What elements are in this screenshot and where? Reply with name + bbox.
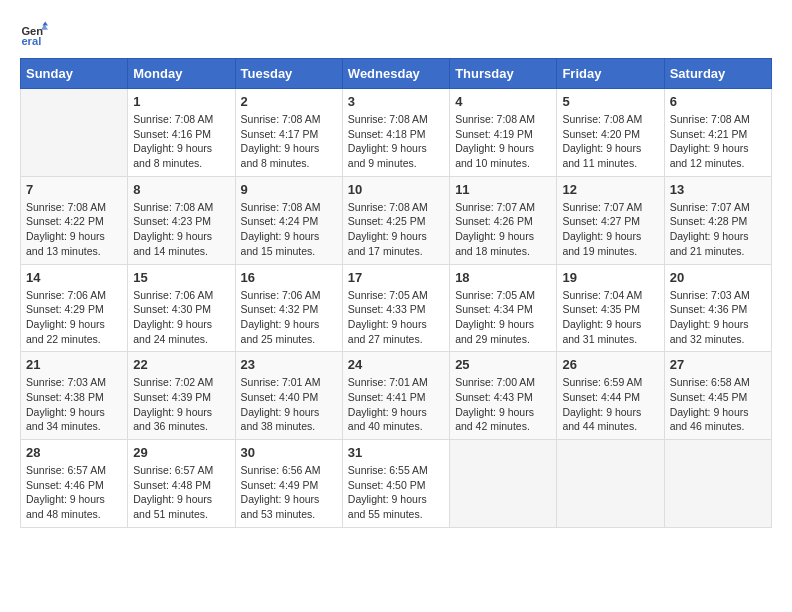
day-number: 8 — [133, 182, 229, 197]
day-info: Sunrise: 7:08 AMSunset: 4:17 PMDaylight:… — [241, 112, 337, 171]
day-info: Sunrise: 6:59 AMSunset: 4:44 PMDaylight:… — [562, 375, 658, 434]
calendar-cell — [21, 89, 128, 177]
day-info: Sunrise: 7:08 AMSunset: 4:21 PMDaylight:… — [670, 112, 766, 171]
day-number: 15 — [133, 270, 229, 285]
calendar-cell: 31Sunrise: 6:55 AMSunset: 4:50 PMDayligh… — [342, 440, 449, 528]
calendar-cell — [450, 440, 557, 528]
day-number: 3 — [348, 94, 444, 109]
day-info: Sunrise: 7:05 AMSunset: 4:33 PMDaylight:… — [348, 288, 444, 347]
day-info: Sunrise: 7:02 AMSunset: 4:39 PMDaylight:… — [133, 375, 229, 434]
day-number: 12 — [562, 182, 658, 197]
calendar-cell: 2Sunrise: 7:08 AMSunset: 4:17 PMDaylight… — [235, 89, 342, 177]
day-info: Sunrise: 7:07 AMSunset: 4:28 PMDaylight:… — [670, 200, 766, 259]
day-number: 18 — [455, 270, 551, 285]
day-info: Sunrise: 7:01 AMSunset: 4:41 PMDaylight:… — [348, 375, 444, 434]
day-info: Sunrise: 6:58 AMSunset: 4:45 PMDaylight:… — [670, 375, 766, 434]
weekday-header-monday: Monday — [128, 59, 235, 89]
day-number: 19 — [562, 270, 658, 285]
logo-icon: Gen eral — [20, 20, 48, 48]
weekday-header-friday: Friday — [557, 59, 664, 89]
day-info: Sunrise: 7:01 AMSunset: 4:40 PMDaylight:… — [241, 375, 337, 434]
day-info: Sunrise: 6:55 AMSunset: 4:50 PMDaylight:… — [348, 463, 444, 522]
day-number: 16 — [241, 270, 337, 285]
day-info: Sunrise: 7:08 AMSunset: 4:24 PMDaylight:… — [241, 200, 337, 259]
calendar-week-row: 21Sunrise: 7:03 AMSunset: 4:38 PMDayligh… — [21, 352, 772, 440]
calendar-cell: 22Sunrise: 7:02 AMSunset: 4:39 PMDayligh… — [128, 352, 235, 440]
calendar-cell: 24Sunrise: 7:01 AMSunset: 4:41 PMDayligh… — [342, 352, 449, 440]
calendar-cell: 17Sunrise: 7:05 AMSunset: 4:33 PMDayligh… — [342, 264, 449, 352]
calendar-cell: 11Sunrise: 7:07 AMSunset: 4:26 PMDayligh… — [450, 176, 557, 264]
day-info: Sunrise: 7:06 AMSunset: 4:30 PMDaylight:… — [133, 288, 229, 347]
day-number: 10 — [348, 182, 444, 197]
calendar-week-row: 28Sunrise: 6:57 AMSunset: 4:46 PMDayligh… — [21, 440, 772, 528]
calendar-cell: 16Sunrise: 7:06 AMSunset: 4:32 PMDayligh… — [235, 264, 342, 352]
calendar-body: 1Sunrise: 7:08 AMSunset: 4:16 PMDaylight… — [21, 89, 772, 528]
calendar-cell — [664, 440, 771, 528]
day-info: Sunrise: 7:03 AMSunset: 4:36 PMDaylight:… — [670, 288, 766, 347]
calendar-table: SundayMondayTuesdayWednesdayThursdayFrid… — [20, 58, 772, 528]
day-number: 1 — [133, 94, 229, 109]
day-number: 27 — [670, 357, 766, 372]
day-number: 29 — [133, 445, 229, 460]
day-number: 26 — [562, 357, 658, 372]
day-info: Sunrise: 7:08 AMSunset: 4:16 PMDaylight:… — [133, 112, 229, 171]
day-number: 17 — [348, 270, 444, 285]
calendar-cell: 12Sunrise: 7:07 AMSunset: 4:27 PMDayligh… — [557, 176, 664, 264]
day-info: Sunrise: 7:08 AMSunset: 4:18 PMDaylight:… — [348, 112, 444, 171]
day-number: 24 — [348, 357, 444, 372]
day-number: 13 — [670, 182, 766, 197]
day-number: 11 — [455, 182, 551, 197]
day-number: 6 — [670, 94, 766, 109]
calendar-cell: 3Sunrise: 7:08 AMSunset: 4:18 PMDaylight… — [342, 89, 449, 177]
svg-text:eral: eral — [21, 35, 41, 47]
day-info: Sunrise: 6:57 AMSunset: 4:48 PMDaylight:… — [133, 463, 229, 522]
calendar-cell: 21Sunrise: 7:03 AMSunset: 4:38 PMDayligh… — [21, 352, 128, 440]
calendar-cell: 14Sunrise: 7:06 AMSunset: 4:29 PMDayligh… — [21, 264, 128, 352]
calendar-cell: 18Sunrise: 7:05 AMSunset: 4:34 PMDayligh… — [450, 264, 557, 352]
weekday-header-tuesday: Tuesday — [235, 59, 342, 89]
weekday-header-saturday: Saturday — [664, 59, 771, 89]
day-number: 20 — [670, 270, 766, 285]
calendar-cell: 29Sunrise: 6:57 AMSunset: 4:48 PMDayligh… — [128, 440, 235, 528]
day-number: 31 — [348, 445, 444, 460]
day-info: Sunrise: 6:56 AMSunset: 4:49 PMDaylight:… — [241, 463, 337, 522]
calendar-week-row: 1Sunrise: 7:08 AMSunset: 4:16 PMDaylight… — [21, 89, 772, 177]
calendar-cell: 6Sunrise: 7:08 AMSunset: 4:21 PMDaylight… — [664, 89, 771, 177]
day-number: 9 — [241, 182, 337, 197]
calendar-week-row: 7Sunrise: 7:08 AMSunset: 4:22 PMDaylight… — [21, 176, 772, 264]
day-info: Sunrise: 7:08 AMSunset: 4:19 PMDaylight:… — [455, 112, 551, 171]
weekday-header-thursday: Thursday — [450, 59, 557, 89]
day-number: 7 — [26, 182, 122, 197]
day-info: Sunrise: 7:08 AMSunset: 4:22 PMDaylight:… — [26, 200, 122, 259]
calendar-cell: 23Sunrise: 7:01 AMSunset: 4:40 PMDayligh… — [235, 352, 342, 440]
page-header: Gen eral — [20, 20, 772, 48]
calendar-cell: 20Sunrise: 7:03 AMSunset: 4:36 PMDayligh… — [664, 264, 771, 352]
day-info: Sunrise: 7:07 AMSunset: 4:27 PMDaylight:… — [562, 200, 658, 259]
day-number: 22 — [133, 357, 229, 372]
day-info: Sunrise: 6:57 AMSunset: 4:46 PMDaylight:… — [26, 463, 122, 522]
calendar-cell — [557, 440, 664, 528]
logo: Gen eral — [20, 20, 52, 48]
day-info: Sunrise: 7:08 AMSunset: 4:25 PMDaylight:… — [348, 200, 444, 259]
calendar-header-row: SundayMondayTuesdayWednesdayThursdayFrid… — [21, 59, 772, 89]
day-number: 28 — [26, 445, 122, 460]
calendar-cell: 28Sunrise: 6:57 AMSunset: 4:46 PMDayligh… — [21, 440, 128, 528]
day-number: 30 — [241, 445, 337, 460]
weekday-header-wednesday: Wednesday — [342, 59, 449, 89]
calendar-cell: 5Sunrise: 7:08 AMSunset: 4:20 PMDaylight… — [557, 89, 664, 177]
calendar-cell: 15Sunrise: 7:06 AMSunset: 4:30 PMDayligh… — [128, 264, 235, 352]
day-number: 21 — [26, 357, 122, 372]
calendar-cell: 4Sunrise: 7:08 AMSunset: 4:19 PMDaylight… — [450, 89, 557, 177]
day-info: Sunrise: 7:00 AMSunset: 4:43 PMDaylight:… — [455, 375, 551, 434]
day-number: 2 — [241, 94, 337, 109]
day-info: Sunrise: 7:04 AMSunset: 4:35 PMDaylight:… — [562, 288, 658, 347]
day-info: Sunrise: 7:07 AMSunset: 4:26 PMDaylight:… — [455, 200, 551, 259]
day-info: Sunrise: 7:03 AMSunset: 4:38 PMDaylight:… — [26, 375, 122, 434]
day-number: 5 — [562, 94, 658, 109]
day-info: Sunrise: 7:08 AMSunset: 4:23 PMDaylight:… — [133, 200, 229, 259]
day-number: 14 — [26, 270, 122, 285]
day-number: 23 — [241, 357, 337, 372]
calendar-cell: 1Sunrise: 7:08 AMSunset: 4:16 PMDaylight… — [128, 89, 235, 177]
day-info: Sunrise: 7:06 AMSunset: 4:32 PMDaylight:… — [241, 288, 337, 347]
calendar-week-row: 14Sunrise: 7:06 AMSunset: 4:29 PMDayligh… — [21, 264, 772, 352]
